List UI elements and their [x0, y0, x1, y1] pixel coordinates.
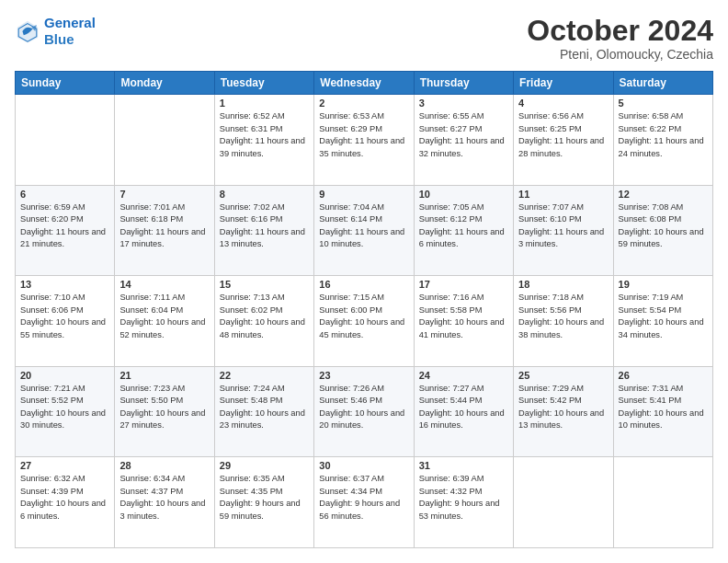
day-number: 15: [220, 279, 309, 290]
day-cell: 27Sunrise: 6:32 AMSunset: 4:39 PMDayligh…: [16, 457, 115, 548]
day-detail: Sunrise: 6:37 AMSunset: 4:34 PMDaylight:…: [319, 473, 408, 523]
day-number: 5: [619, 98, 708, 109]
day-detail: Sunrise: 7:11 AMSunset: 6:04 PMDaylight:…: [119, 292, 209, 341]
day-number: 16: [319, 279, 408, 290]
day-detail: Sunrise: 7:24 AMSunset: 5:48 PMDaylight:…: [220, 383, 309, 432]
day-detail: Sunrise: 7:02 AMSunset: 6:16 PMDaylight:…: [220, 201, 309, 251]
day-cell: 24Sunrise: 7:27 AMSunset: 5:44 PMDayligh…: [414, 366, 513, 457]
col-header-wednesday: Wednesday: [314, 72, 414, 95]
day-number: 26: [619, 370, 708, 381]
day-cell: 1Sunrise: 6:52 AMSunset: 6:31 PMDaylight…: [214, 95, 313, 186]
day-number: 30: [319, 460, 408, 471]
day-cell: 5Sunrise: 6:58 AMSunset: 6:22 PMDaylight…: [613, 95, 712, 186]
logo-line2: Blue: [44, 31, 74, 47]
day-number: 28: [119, 460, 209, 471]
day-cell: 14Sunrise: 7:11 AMSunset: 6:04 PMDayligh…: [115, 276, 214, 367]
calendar-header-row: SundayMondayTuesdayWednesdayThursdayFrid…: [16, 72, 713, 95]
day-number: 25: [518, 370, 608, 381]
week-row-4: 27Sunrise: 6:32 AMSunset: 4:39 PMDayligh…: [16, 457, 713, 548]
day-cell: 16Sunrise: 7:15 AMSunset: 6:00 PMDayligh…: [314, 276, 414, 367]
day-detail: Sunrise: 7:08 AMSunset: 6:08 PMDaylight:…: [619, 201, 708, 251]
day-cell: 26Sunrise: 7:31 AMSunset: 5:41 PMDayligh…: [613, 366, 712, 457]
day-detail: Sunrise: 7:04 AMSunset: 6:14 PMDaylight:…: [319, 201, 408, 251]
day-number: 29: [220, 460, 309, 471]
subtitle: Pteni, Olomoucky, Czechia: [527, 47, 713, 62]
day-number: 4: [518, 98, 608, 109]
day-cell: 18Sunrise: 7:18 AMSunset: 5:56 PMDayligh…: [514, 276, 613, 367]
day-cell: 7Sunrise: 7:01 AMSunset: 6:18 PMDaylight…: [115, 185, 214, 276]
day-detail: Sunrise: 7:05 AMSunset: 6:12 PMDaylight:…: [419, 201, 508, 251]
day-cell: 4Sunrise: 6:56 AMSunset: 6:25 PMDaylight…: [514, 95, 613, 186]
day-number: 23: [319, 370, 408, 381]
day-detail: Sunrise: 7:29 AMSunset: 5:42 PMDaylight:…: [518, 383, 608, 432]
day-cell: 19Sunrise: 7:19 AMSunset: 5:54 PMDayligh…: [613, 276, 712, 367]
day-cell: 31Sunrise: 6:39 AMSunset: 4:32 PMDayligh…: [414, 457, 513, 548]
day-detail: Sunrise: 7:13 AMSunset: 6:02 PMDaylight:…: [220, 292, 309, 341]
day-number: 7: [119, 189, 209, 200]
week-row-3: 20Sunrise: 7:21 AMSunset: 5:52 PMDayligh…: [16, 366, 713, 457]
day-cell: [514, 457, 613, 548]
day-cell: 10Sunrise: 7:05 AMSunset: 6:12 PMDayligh…: [414, 185, 513, 276]
day-number: 22: [220, 370, 309, 381]
day-number: 10: [419, 189, 508, 200]
day-number: 13: [20, 279, 109, 290]
day-number: 8: [220, 189, 309, 200]
col-header-saturday: Saturday: [613, 72, 712, 95]
day-detail: Sunrise: 6:53 AMSunset: 6:29 PMDaylight:…: [319, 110, 408, 160]
day-cell: 9Sunrise: 7:04 AMSunset: 6:14 PMDaylight…: [314, 185, 414, 276]
day-detail: Sunrise: 7:01 AMSunset: 6:18 PMDaylight:…: [119, 201, 209, 251]
day-detail: Sunrise: 7:21 AMSunset: 5:52 PMDaylight:…: [20, 383, 109, 432]
day-cell: 20Sunrise: 7:21 AMSunset: 5:52 PMDayligh…: [16, 366, 115, 457]
logo-icon: [15, 18, 40, 44]
day-number: 14: [119, 279, 209, 290]
day-cell: 8Sunrise: 7:02 AMSunset: 6:16 PMDaylight…: [214, 185, 313, 276]
day-detail: Sunrise: 7:15 AMSunset: 6:00 PMDaylight:…: [319, 292, 408, 341]
day-detail: Sunrise: 6:34 AMSunset: 4:37 PMDaylight:…: [119, 473, 209, 523]
day-detail: Sunrise: 7:27 AMSunset: 5:44 PMDaylight:…: [419, 383, 508, 432]
day-cell: 15Sunrise: 7:13 AMSunset: 6:02 PMDayligh…: [214, 276, 313, 367]
day-number: 1: [220, 98, 309, 109]
day-cell: 6Sunrise: 6:59 AMSunset: 6:20 PMDaylight…: [16, 185, 115, 276]
day-number: 17: [419, 279, 508, 290]
day-cell: [16, 95, 115, 186]
main-title: October 2024: [527, 15, 713, 47]
day-cell: [613, 457, 712, 548]
day-detail: Sunrise: 6:56 AMSunset: 6:25 PMDaylight:…: [518, 110, 608, 160]
day-cell: 11Sunrise: 7:07 AMSunset: 6:10 PMDayligh…: [514, 185, 613, 276]
col-header-sunday: Sunday: [16, 72, 115, 95]
logo: General Blue: [15, 15, 96, 48]
page: General Blue October 2024 Pteni, Olomouc…: [0, 0, 728, 563]
day-number: 12: [619, 189, 708, 200]
day-number: 21: [119, 370, 209, 381]
day-cell: 23Sunrise: 7:26 AMSunset: 5:46 PMDayligh…: [314, 366, 414, 457]
day-number: 18: [518, 279, 608, 290]
day-detail: Sunrise: 7:10 AMSunset: 6:06 PMDaylight:…: [20, 292, 109, 341]
day-cell: 25Sunrise: 7:29 AMSunset: 5:42 PMDayligh…: [514, 366, 613, 457]
day-cell: 21Sunrise: 7:23 AMSunset: 5:50 PMDayligh…: [115, 366, 214, 457]
day-cell: 29Sunrise: 6:35 AMSunset: 4:35 PMDayligh…: [214, 457, 313, 548]
day-cell: 22Sunrise: 7:24 AMSunset: 5:48 PMDayligh…: [214, 366, 313, 457]
day-detail: Sunrise: 7:16 AMSunset: 5:58 PMDaylight:…: [419, 292, 508, 341]
day-detail: Sunrise: 6:59 AMSunset: 6:20 PMDaylight:…: [20, 201, 109, 251]
day-detail: Sunrise: 6:35 AMSunset: 4:35 PMDaylight:…: [220, 473, 309, 523]
day-cell: 3Sunrise: 6:55 AMSunset: 6:27 PMDaylight…: [414, 95, 513, 186]
day-cell: 30Sunrise: 6:37 AMSunset: 4:34 PMDayligh…: [314, 457, 414, 548]
col-header-friday: Friday: [514, 72, 613, 95]
day-number: 6: [20, 189, 109, 200]
day-number: 20: [20, 370, 109, 381]
logo-text: General Blue: [44, 15, 96, 48]
day-cell: [115, 95, 214, 186]
day-detail: Sunrise: 7:26 AMSunset: 5:46 PMDaylight:…: [319, 383, 408, 432]
day-detail: Sunrise: 7:19 AMSunset: 5:54 PMDaylight:…: [619, 292, 708, 341]
day-detail: Sunrise: 7:23 AMSunset: 5:50 PMDaylight:…: [119, 383, 209, 432]
day-number: 31: [419, 460, 508, 471]
col-header-tuesday: Tuesday: [214, 72, 313, 95]
day-detail: Sunrise: 6:52 AMSunset: 6:31 PMDaylight:…: [220, 110, 309, 160]
day-cell: 17Sunrise: 7:16 AMSunset: 5:58 PMDayligh…: [414, 276, 513, 367]
day-cell: 13Sunrise: 7:10 AMSunset: 6:06 PMDayligh…: [16, 276, 115, 367]
day-cell: 28Sunrise: 6:34 AMSunset: 4:37 PMDayligh…: [115, 457, 214, 548]
day-detail: Sunrise: 7:18 AMSunset: 5:56 PMDaylight:…: [518, 292, 608, 341]
calendar-table: SundayMondayTuesdayWednesdayThursdayFrid…: [15, 71, 713, 548]
day-number: 2: [319, 98, 408, 109]
week-row-0: 1Sunrise: 6:52 AMSunset: 6:31 PMDaylight…: [16, 95, 713, 186]
